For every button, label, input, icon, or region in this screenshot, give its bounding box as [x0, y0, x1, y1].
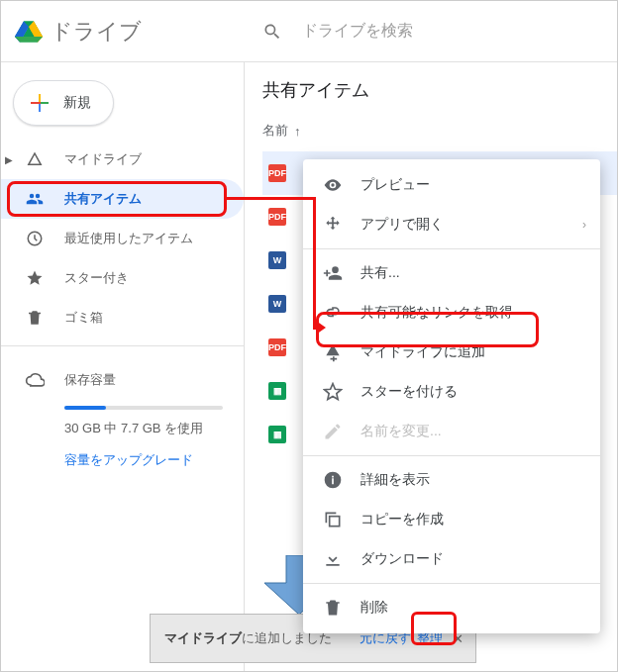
chevron-right-icon: › [582, 218, 586, 232]
new-button-label: 新規 [63, 94, 91, 112]
ctx-label: 共有... [360, 264, 400, 282]
nav-item-trash[interactable]: ゴミ箱 [1, 298, 244, 337]
ctx-label: 削除 [360, 599, 388, 617]
copy-icon [323, 510, 343, 529]
nav-label: ゴミ箱 [64, 309, 103, 327]
word-icon: W [268, 251, 286, 269]
trash-icon [323, 598, 343, 618]
annotation-arrow [313, 197, 316, 330]
nav-item-my-drive[interactable]: ▶ マイドライブ [1, 140, 244, 179]
ctx-share[interactable]: 共有... [303, 253, 600, 293]
column-header-label: 名前 [262, 122, 288, 140]
divider [1, 345, 244, 346]
pencil-icon [323, 422, 343, 441]
upgrade-storage-link[interactable]: 容量をアップグレード [64, 451, 193, 469]
trash-icon [25, 308, 45, 328]
ctx-label: 名前を変更... [360, 423, 442, 440]
svg-rect-2 [330, 517, 340, 527]
drive-add-icon [323, 342, 343, 362]
nav-item-recent[interactable]: 最近使用したアイテム [1, 219, 244, 258]
search-placeholder: ドライブを検索 [302, 21, 413, 42]
ctx-preview[interactable]: プレビュー [303, 165, 600, 205]
drive-logo-icon [15, 18, 43, 46]
nav-label: 最近使用したアイテム [64, 230, 193, 247]
ctx-star[interactable]: スターを付ける [303, 372, 600, 412]
separator [303, 455, 600, 456]
storage-heading: 保存容量 [64, 371, 116, 389]
ctx-details[interactable]: 詳細を表示 [303, 460, 600, 500]
brand: ドライブ [1, 17, 245, 47]
ctx-label: 共有可能なリンクを取得 [360, 304, 513, 322]
ctx-rename: 名前を変更... [303, 412, 600, 451]
nav-label: スター付き [64, 269, 129, 287]
info-icon [323, 470, 343, 490]
pdf-icon: PDF [268, 164, 286, 182]
ctx-label: コピーを作成 [360, 511, 444, 528]
clock-icon [25, 229, 45, 248]
storage-text: 30 GB 中 7.7 GB を使用 [64, 420, 244, 437]
annotation-arrow-head [316, 321, 326, 335]
ctx-remove[interactable]: 削除 [303, 588, 600, 627]
separator [303, 583, 600, 584]
nav-list: ▶ マイドライブ 共有アイテム 最近使用したアイテム スター付き [1, 140, 244, 337]
annotation-arrow [225, 197, 316, 200]
sidebar: 新規 ▶ マイドライブ 共有アイテム 最近使用したアイテム スター付き [1, 62, 245, 671]
search-bar[interactable]: ドライブを検索 [245, 21, 617, 42]
eye-icon [323, 175, 343, 195]
search-icon [262, 22, 282, 42]
page-title: 共有アイテム [262, 78, 617, 102]
new-button[interactable]: 新規 [13, 80, 114, 126]
ctx-label: プレビュー [360, 176, 430, 194]
ctx-label: アプリで開く [360, 216, 444, 234]
sort-arrow-icon: ↑ [294, 124, 301, 139]
pdf-icon: PDF [268, 208, 286, 226]
pdf-icon: PDF [268, 338, 286, 356]
star-outline-icon [323, 382, 343, 402]
storage-bar-fill [64, 406, 106, 410]
plus-icon [28, 91, 52, 115]
column-header-name[interactable]: 名前 ↑ [262, 122, 617, 140]
nav-item-starred[interactable]: スター付き [1, 258, 244, 298]
move-icon [323, 215, 343, 235]
ctx-download[interactable]: ダウンロード [303, 539, 600, 579]
nav-label: マイドライブ [64, 150, 142, 168]
word-icon: W [268, 295, 286, 313]
nav-label: 共有アイテム [64, 190, 142, 208]
ctx-add-to-drive[interactable]: マイドライブに追加 [303, 333, 600, 372]
ctx-label: スターを付ける [360, 383, 458, 401]
ctx-label: ダウンロード [360, 550, 444, 568]
ctx-label: マイドライブに追加 [360, 343, 485, 361]
chevron-right-icon[interactable]: ▶ [5, 154, 13, 165]
brand-name: ドライブ [51, 17, 142, 47]
ctx-copy[interactable]: コピーを作成 [303, 500, 600, 539]
sheet-icon: ▦ [268, 426, 286, 443]
people-icon [25, 189, 45, 209]
star-icon [25, 268, 45, 288]
storage-bar [64, 406, 223, 410]
link-icon [323, 303, 343, 323]
ctx-get-link[interactable]: 共有可能なリンクを取得 [303, 293, 600, 333]
separator [303, 248, 600, 249]
ctx-label: 詳細を表示 [360, 471, 430, 489]
nav-item-shared[interactable]: 共有アイテム [1, 179, 244, 219]
sheet-icon: ▦ [268, 382, 286, 400]
ctx-open-with[interactable]: アプリで開く › [303, 205, 600, 244]
toast-bold: マイドライブ [164, 630, 242, 645]
download-icon [323, 549, 343, 569]
cloud-icon [25, 370, 45, 390]
person-add-icon [323, 263, 343, 283]
context-menu: プレビュー アプリで開く › 共有... 共有可能なリンクを取得 マイドライブに… [303, 159, 600, 633]
drive-triangle-icon [25, 149, 45, 169]
storage-section: 保存容量 30 GB 中 7.7 GB を使用 容量をアップグレード [1, 354, 244, 469]
